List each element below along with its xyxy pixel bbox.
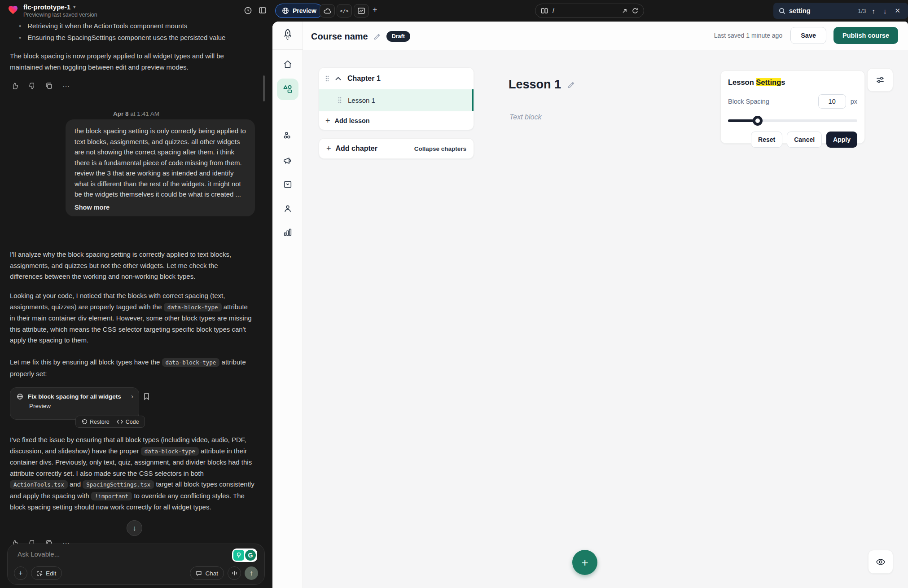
send-button[interactable]: ↑ [245, 566, 258, 580]
home-nav-icon[interactable] [283, 59, 293, 69]
chapter-header[interactable]: Chapter 1 [319, 68, 474, 89]
reset-button[interactable]: Reset [751, 132, 782, 148]
search-prev-icon[interactable]: ↑ [869, 7, 877, 15]
sidebar-toggle-icon[interactable] [259, 6, 267, 14]
device-preview-icon[interactable] [541, 8, 548, 14]
edit-summary-card[interactable]: Fix block spacing for all widgets › Prev… [10, 387, 139, 420]
app-nav-rail [272, 22, 303, 588]
user-message-text: the block spacing setting is only correc… [75, 126, 246, 200]
preview-mode-button[interactable]: Preview [275, 4, 323, 18]
chat-paragraph: I've fixed the issue by ensuring that al… [10, 434, 257, 513]
bullet-item: Retrieving it when the ActionTools compo… [19, 21, 261, 32]
url-bar[interactable]: / [535, 4, 644, 18]
lesson-settings-panel: Lesson Settings Block Spacing px Reset C… [720, 70, 865, 144]
chapter-card: Chapter 1 Lesson 1 + Add lesson [319, 67, 474, 130]
add-chapter-label: Add chapter [336, 145, 377, 153]
last-saved-text: Last saved 1 minute ago [714, 32, 783, 39]
chevron-up-icon[interactable] [335, 77, 341, 80]
url-path[interactable]: / [553, 7, 617, 14]
inline-code: SpacingSettings.tsx [83, 480, 154, 489]
lesson-title-item: Lesson 1 [348, 97, 375, 104]
edit-mode-button[interactable]: Edit [31, 566, 62, 580]
add-tab-icon[interactable]: + [373, 5, 377, 15]
history-icon[interactable] [244, 6, 252, 15]
text-segment: Let me fix this by ensuring all block ty… [10, 358, 162, 366]
profile-nav-icon[interactable] [283, 204, 293, 214]
open-external-icon[interactable] [622, 8, 627, 14]
block-spacing-slider[interactable] [728, 116, 857, 126]
scroll-to-bottom-button[interactable]: ↓ [127, 520, 142, 536]
slider-thumb[interactable] [753, 116, 763, 126]
thumbs-down-icon[interactable] [27, 81, 37, 91]
cancel-button[interactable]: Cancel [787, 132, 822, 148]
search-close-icon[interactable]: ✕ [892, 7, 903, 15]
chat-paragraph: The block spacing is now properly applie… [10, 51, 252, 73]
collapse-chapters-button[interactable]: Collapse chapters [414, 145, 466, 152]
edit-lesson-icon[interactable] [567, 81, 575, 89]
restore-button[interactable]: Restore [81, 419, 110, 425]
message-timestamp: Apr 8 at 1:41 AM [0, 110, 272, 117]
inline-code: ActionTools.tsx [10, 480, 68, 489]
lesson-heading: Lesson 1 [509, 78, 561, 92]
grammarly-bulb-icon [233, 550, 244, 561]
chat-paragraph: I'll analyze why the block spacing setti… [10, 249, 246, 282]
inline-code: data-block-type [164, 303, 222, 312]
version-actions: Restore Code [75, 416, 145, 428]
globe-icon [282, 7, 289, 14]
chevron-right-icon: › [131, 393, 133, 400]
grammarly-g-icon: G [245, 550, 256, 561]
drag-handle-icon[interactable] [325, 75, 329, 82]
more-options-icon[interactable]: ⋯ [61, 81, 71, 91]
course-title: Course name [311, 31, 368, 42]
user-message-bubble: the block spacing setting is only correc… [66, 119, 255, 216]
search-highlight: Setting [756, 78, 781, 86]
save-button[interactable]: Save [790, 27, 826, 44]
project-status: Previewing last saved version [23, 12, 97, 18]
chat-scrollbar[interactable] [263, 75, 265, 101]
plus-icon: + [325, 117, 330, 125]
chat-input-box: G + Edit [7, 544, 265, 585]
thumbs-up-icon[interactable] [10, 81, 20, 91]
add-block-fab[interactable]: + [572, 550, 597, 575]
add-chapter-button[interactable]: + Add chapter [326, 145, 377, 153]
cloud-button[interactable] [320, 4, 335, 18]
courses-nav-icon[interactable] [282, 84, 293, 95]
chat-mode-button[interactable]: Chat [190, 566, 224, 580]
drag-handle-icon[interactable] [338, 97, 342, 103]
apply-button[interactable]: Apply [826, 132, 857, 148]
plus-icon: + [326, 145, 331, 153]
settings-toggle-button[interactable] [867, 68, 893, 92]
analytics-nav-icon[interactable] [283, 227, 293, 237]
bullet-item: Ensuring the SpacingSettings component u… [19, 32, 261, 44]
attach-button[interactable]: + [14, 566, 27, 580]
settings-title: Lesson Settings [728, 78, 857, 87]
block-spacing-value-input[interactable] [818, 94, 846, 109]
project-menu[interactable]: flc-prototype-1 ▾ Previewing last saved … [7, 3, 97, 18]
search-input[interactable] [789, 7, 843, 14]
copy-icon[interactable] [44, 81, 54, 91]
grammarly-widget[interactable]: G [232, 549, 257, 562]
add-lesson-button[interactable]: + Add lesson [319, 111, 474, 130]
text-block-placeholder[interactable]: Text block [509, 113, 541, 121]
chat-panel: Retrieving it when the ActionTools compo… [0, 0, 272, 588]
refresh-icon[interactable] [632, 8, 638, 14]
rocket-logo-icon[interactable] [281, 28, 294, 41]
show-more-link[interactable]: Show more [75, 204, 246, 211]
screen: flc-prototype-1 ▾ Previewing last saved … [0, 0, 908, 588]
community-nav-icon[interactable] [283, 131, 293, 140]
ask-lovable-input[interactable] [18, 550, 188, 558]
publish-course-button[interactable]: Publish course [833, 27, 898, 44]
code-button[interactable]: Code [117, 419, 139, 425]
edit-title-icon[interactable] [373, 33, 381, 40]
analytics-button[interactable] [354, 4, 369, 18]
marketing-nav-icon[interactable] [282, 155, 293, 166]
unit-label: px [851, 98, 857, 105]
preview-eye-button[interactable] [868, 550, 893, 574]
bookmark-icon[interactable] [143, 393, 150, 400]
store-nav-icon[interactable] [283, 180, 293, 189]
voice-input-button[interactable] [228, 566, 241, 580]
app-preview: Course name Draft Last saved 1 minute ag… [272, 22, 908, 588]
search-next-icon[interactable]: ↓ [881, 7, 889, 15]
code-view-button[interactable]: </> [337, 4, 352, 18]
lesson-row-selected[interactable]: Lesson 1 [319, 89, 474, 111]
